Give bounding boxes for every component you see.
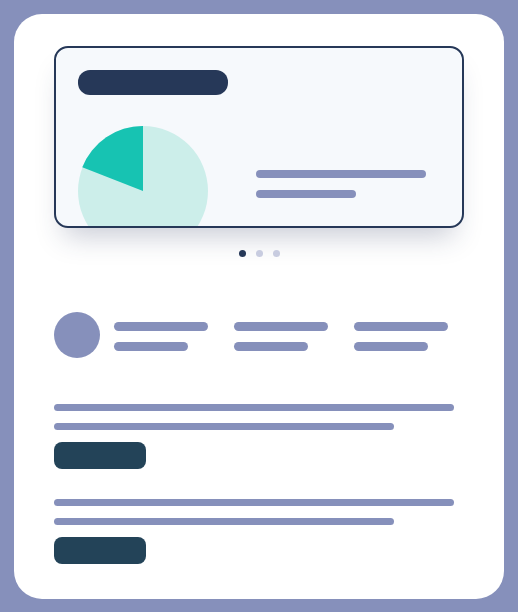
hero-text-line [256,170,426,178]
stat-line [354,322,448,331]
info-row [54,312,464,368]
carousel-dot[interactable] [273,250,280,257]
text-line [54,423,394,430]
hero-title [78,70,228,95]
content-section [54,404,464,469]
stat-line [234,342,308,351]
stat-line [114,322,208,331]
cta-button[interactable] [54,442,146,469]
avatar[interactable] [54,312,100,358]
hero-text-line [256,190,356,198]
text-line [54,404,454,411]
cta-button[interactable] [54,537,146,564]
carousel-dots [14,250,504,257]
carousel-dot[interactable] [256,250,263,257]
main-card [14,14,504,599]
text-line [54,518,394,525]
stat-line [114,342,188,351]
stat-line [354,342,428,351]
pie-chart-icon [78,126,208,228]
hero-card[interactable] [54,46,464,228]
carousel-dot[interactable] [239,250,246,257]
stat-line [234,322,328,331]
text-line [54,499,454,506]
content-section [54,499,464,564]
